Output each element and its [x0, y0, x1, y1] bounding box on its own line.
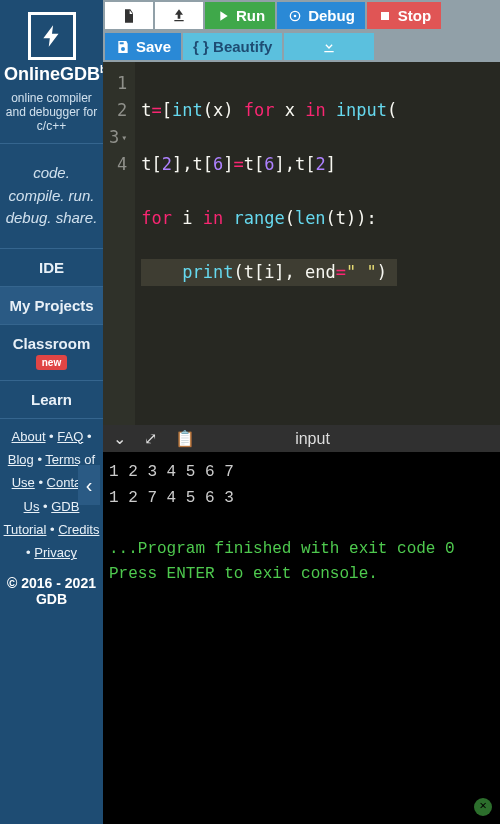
- console[interactable]: 1 2 3 4 5 6 7 1 2 7 4 5 6 3 ...Program f…: [103, 452, 500, 824]
- tagline: online compiler and debugger for c/c++: [0, 85, 103, 143]
- run-button[interactable]: Run: [205, 2, 275, 29]
- gutter: 1 2 3▾ 4: [103, 62, 135, 425]
- new-file-button[interactable]: [105, 2, 153, 29]
- link-credits[interactable]: Credits: [58, 522, 99, 537]
- upload-button[interactable]: [155, 2, 203, 29]
- new-badge: new: [36, 355, 67, 370]
- toolbar-primary: Run Debug Stop: [103, 0, 500, 31]
- toolbar-secondary: Save { } Beautify: [103, 31, 500, 62]
- fold-icon[interactable]: ▾: [121, 124, 127, 151]
- code-editor[interactable]: 1 2 3▾ 4 t=[int(x) for x in input( t[2],…: [103, 62, 500, 425]
- nav-classroom[interactable]: Classroom new: [0, 324, 103, 380]
- console-prompt-msg: Press ENTER to exit console.: [109, 562, 494, 588]
- link-privacy[interactable]: Privacy: [34, 545, 77, 560]
- beautify-button[interactable]: { } Beautify: [183, 33, 282, 60]
- code-content[interactable]: t=[int(x) for x in input( t[2],t[6]=t[6]…: [135, 62, 403, 425]
- io-bar: ⌄ ⤢ 📋 input: [103, 425, 500, 452]
- collapse-sidebar-button[interactable]: ‹: [78, 465, 100, 505]
- brand-name: OnlineGDBbeta: [0, 64, 103, 85]
- svg-point-1: [294, 14, 297, 17]
- logo[interactable]: [28, 12, 76, 60]
- io-tab-input[interactable]: input: [213, 430, 412, 448]
- svg-rect-2: [381, 12, 389, 20]
- link-about[interactable]: About: [12, 429, 46, 444]
- console-output-line: 1 2 7 4 5 6 3: [109, 486, 494, 512]
- link-blog[interactable]: Blog: [8, 452, 34, 467]
- copyright: © 2016 - 2021 GDB: [0, 571, 103, 611]
- close-console-button[interactable]: ✕: [474, 798, 492, 816]
- slogan: code. compile. run. debug. share.: [0, 144, 103, 248]
- debug-button[interactable]: Debug: [277, 2, 365, 29]
- download-button[interactable]: [284, 33, 374, 60]
- console-exit-msg: ...Program finished with exit code 0: [109, 537, 494, 563]
- chevron-down-icon[interactable]: ⌄: [113, 429, 126, 448]
- stop-button[interactable]: Stop: [367, 2, 441, 29]
- nav-ide[interactable]: IDE: [0, 248, 103, 286]
- link-faq[interactable]: FAQ: [57, 429, 83, 444]
- nav-learn[interactable]: Learn: [0, 380, 103, 419]
- main-area: Run Debug Stop Save { } Beautify 1 2 3▾ …: [103, 0, 500, 824]
- copy-icon[interactable]: 📋: [175, 429, 195, 448]
- console-input-line: 1 2 3 4 5 6 7: [109, 460, 494, 486]
- nav-my-projects[interactable]: My Projects: [0, 286, 103, 324]
- sidebar: OnlineGDBbeta online compiler and debugg…: [0, 0, 103, 824]
- expand-icon[interactable]: ⤢: [144, 429, 157, 448]
- save-button[interactable]: Save: [105, 33, 181, 60]
